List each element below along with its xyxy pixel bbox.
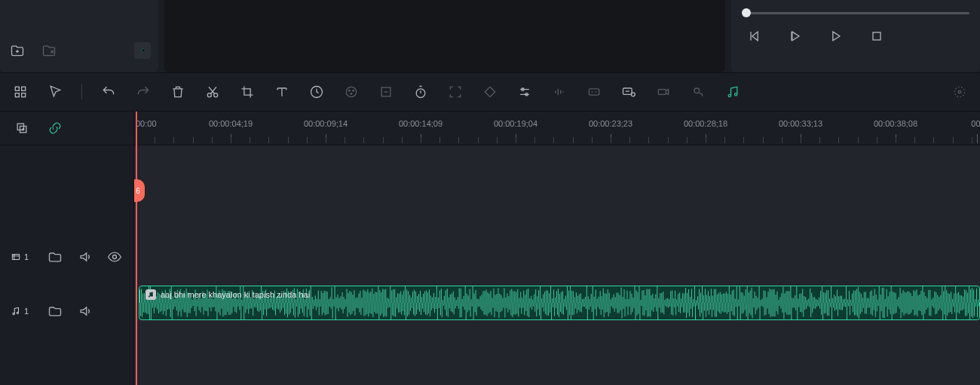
audio-clip[interactable]: aaj bhi mere khayalon ki tapish zinda ha… xyxy=(139,286,980,320)
play-button[interactable] xyxy=(787,28,804,44)
media-bin-panel xyxy=(0,0,158,72)
ruler-label: 00:00:23;23 xyxy=(589,119,632,128)
playhead-flag[interactable]: 6 xyxy=(134,179,145,202)
ruler-label: 00:00:04;19 xyxy=(209,119,253,128)
audio-mixer-icon[interactable] xyxy=(551,84,568,100)
new-folder-icon[interactable] xyxy=(9,42,26,59)
cut-icon[interactable] xyxy=(204,84,221,100)
video-track-lane[interactable] xyxy=(134,242,980,277)
record-icon[interactable] xyxy=(655,84,672,100)
svg-point-32 xyxy=(152,295,153,297)
svg-rect-27 xyxy=(12,255,19,260)
transform-icon[interactable] xyxy=(378,84,394,100)
svg-point-24 xyxy=(958,90,960,93)
panel-collapse-button[interactable] xyxy=(134,42,151,59)
keyframe-icon[interactable] xyxy=(482,84,498,100)
svg-point-20 xyxy=(694,88,700,93)
video-track-header: 1 xyxy=(0,242,133,272)
link-icon[interactable] xyxy=(47,120,63,136)
svg-point-31 xyxy=(149,296,150,298)
music-note-icon xyxy=(145,289,156,300)
delete-icon[interactable] xyxy=(170,84,186,100)
svg-point-13 xyxy=(416,89,425,98)
timeline-toolbar xyxy=(0,72,980,112)
redo-icon[interactable] xyxy=(135,84,152,100)
svg-point-10 xyxy=(353,90,354,92)
svg-point-8 xyxy=(346,87,356,96)
scrub-bar[interactable] xyxy=(742,8,969,14)
next-frame-button[interactable] xyxy=(828,28,844,44)
svg-rect-2 xyxy=(22,87,26,90)
ruler-label: 00:00:14;09 xyxy=(399,119,443,128)
svg-point-21 xyxy=(728,94,730,96)
ruler-label: 00:00:38;08 xyxy=(874,119,917,128)
svg-point-11 xyxy=(351,93,352,95)
adjust-icon[interactable] xyxy=(516,84,533,100)
remove-folder-icon[interactable] xyxy=(41,42,57,59)
svg-rect-0 xyxy=(873,32,880,40)
svg-rect-16 xyxy=(589,89,599,95)
svg-rect-4 xyxy=(22,93,26,97)
caption-icon[interactable] xyxy=(586,84,602,100)
svg-rect-19 xyxy=(658,90,666,95)
mute-icon[interactable] xyxy=(77,303,93,319)
ruler-label: 00:00:09;14 xyxy=(304,119,348,128)
svg-point-30 xyxy=(17,312,18,313)
svg-rect-3 xyxy=(15,93,19,97)
stop-button[interactable] xyxy=(868,28,885,44)
mute-icon[interactable] xyxy=(77,249,93,265)
preview-panel xyxy=(164,0,725,72)
folder-icon[interactable] xyxy=(47,249,63,265)
scrub-thumb[interactable] xyxy=(742,8,751,17)
separator xyxy=(81,84,82,99)
text-icon[interactable] xyxy=(274,84,290,100)
audio-clip-title: aaj bhi mere khayalon ki tapish zinda ha… xyxy=(161,290,310,299)
svg-point-28 xyxy=(113,255,117,259)
ruler-label: 00:00:28;18 xyxy=(684,119,727,128)
svg-point-22 xyxy=(735,93,737,96)
ruler-label: 00:00 xyxy=(136,119,157,128)
svg-point-9 xyxy=(349,90,351,92)
folder-icon[interactable] xyxy=(47,303,63,319)
ruler-label: 00: xyxy=(971,119,980,128)
track-headers: 1 1 xyxy=(0,112,134,385)
color-icon[interactable] xyxy=(343,84,360,100)
undo-icon[interactable] xyxy=(100,84,117,100)
playhead[interactable] xyxy=(136,112,137,385)
ruler-label: 00:00:19;04 xyxy=(494,119,537,128)
prev-frame-button[interactable] xyxy=(746,28,763,44)
settings-ring-icon[interactable] xyxy=(951,84,968,100)
svg-point-29 xyxy=(13,313,14,314)
video-track-label: 1 xyxy=(11,252,33,262)
timer-icon[interactable] xyxy=(412,84,429,100)
select-tool-icon[interactable] xyxy=(47,84,63,100)
visibility-icon[interactable] xyxy=(106,249,123,265)
focus-icon[interactable] xyxy=(447,84,464,100)
playback-panel xyxy=(731,0,980,72)
svg-point-23 xyxy=(954,87,964,96)
add-track-icon[interactable] xyxy=(14,120,30,136)
audio-track-label: 1 xyxy=(11,306,33,316)
audio-track-lane[interactable]: aaj bhi mere khayalon ki tapish zinda ha… xyxy=(134,284,980,322)
grid-icon[interactable] xyxy=(12,84,29,100)
crop-icon[interactable] xyxy=(239,84,256,100)
subtitle-icon[interactable] xyxy=(620,84,637,100)
speed-icon[interactable] xyxy=(308,84,325,100)
audio-track-header: 1 xyxy=(0,296,133,326)
voice-icon[interactable] xyxy=(690,84,706,100)
ruler-label: 00:00:33;13 xyxy=(779,119,822,128)
svg-rect-1 xyxy=(15,87,19,90)
timeline-body[interactable]: 00:0000:00:04;1900:00:09;1400:00:14;0900… xyxy=(134,112,980,385)
music-icon[interactable] xyxy=(724,84,741,100)
time-ruler[interactable]: 00:0000:00:04;1900:00:09;1400:00:14;0900… xyxy=(134,112,980,145)
